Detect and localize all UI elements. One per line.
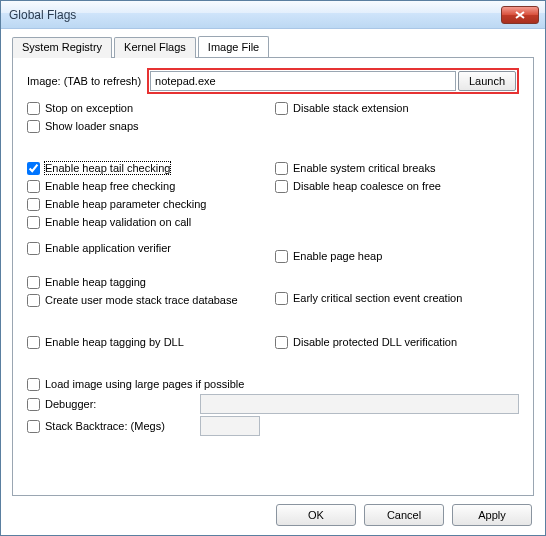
image-input-highlight: Launch — [147, 68, 519, 94]
chk-system-critical[interactable] — [275, 162, 288, 175]
lbl-system-critical: Enable system critical breaks — [293, 162, 435, 174]
chk-usermode-stack[interactable] — [27, 294, 40, 307]
chk-app-verifier[interactable] — [27, 242, 40, 255]
lbl-debugger: Debugger: — [45, 398, 195, 410]
image-label: Image: (TAB to refresh) — [27, 75, 141, 87]
dialog-buttons: OK Cancel Apply — [276, 504, 532, 526]
lbl-disable-stack-extension: Disable stack extension — [293, 102, 409, 114]
tabstrip: System Registry Kernel Flags Image File — [12, 36, 534, 58]
chk-disable-stack-extension[interactable] — [275, 102, 288, 115]
lbl-heap-tagging: Enable heap tagging — [45, 276, 146, 288]
chk-heap-free[interactable] — [27, 180, 40, 193]
lbl-heap-tail: Enable heap tail checking — [45, 162, 170, 174]
chk-stop-on-exception[interactable] — [27, 102, 40, 115]
chk-early-critical[interactable] — [275, 292, 288, 305]
lbl-usermode-stack: Create user mode stack trace database — [45, 294, 238, 306]
lbl-heap-coalesce: Disable heap coalesce on free — [293, 180, 441, 192]
tab-kernel-flags[interactable]: Kernel Flags — [114, 37, 196, 58]
lbl-app-verifier: Enable application verifier — [45, 242, 171, 254]
lbl-heap-param: Enable heap parameter checking — [45, 198, 206, 210]
lbl-disable-protected-dll: Disable protected DLL verification — [293, 336, 457, 348]
window: Global Flags System Registry Kernel Flag… — [0, 0, 546, 536]
chk-disable-protected-dll[interactable] — [275, 336, 288, 349]
lbl-early-critical: Early critical section event creation — [293, 292, 462, 304]
titlebar: Global Flags — [1, 1, 545, 29]
chk-debugger[interactable] — [27, 398, 40, 411]
debugger-input[interactable] — [200, 394, 519, 414]
window-title: Global Flags — [7, 8, 501, 22]
chk-heap-tagging-dll[interactable] — [27, 336, 40, 349]
stack-backtrace-input[interactable] — [200, 416, 260, 436]
ok-button[interactable]: OK — [276, 504, 356, 526]
close-icon — [515, 11, 525, 19]
cancel-button[interactable]: Cancel — [364, 504, 444, 526]
chk-heap-validation[interactable] — [27, 216, 40, 229]
tab-panel: Image: (TAB to refresh) Launch Stop on e… — [12, 58, 534, 496]
chk-heap-param[interactable] — [27, 198, 40, 211]
lbl-heap-tagging-dll: Enable heap tagging by DLL — [45, 336, 184, 348]
chk-large-pages[interactable] — [27, 378, 40, 391]
lbl-large-pages: Load image using large pages if possible — [45, 378, 244, 390]
lbl-heap-free: Enable heap free checking — [45, 180, 175, 192]
lbl-show-loader-snaps: Show loader snaps — [45, 120, 139, 132]
chk-page-heap[interactable] — [275, 250, 288, 263]
lbl-stack-backtrace: Stack Backtrace: (Megs) — [45, 420, 195, 432]
chk-heap-tagging[interactable] — [27, 276, 40, 289]
tab-image-file[interactable]: Image File — [198, 36, 269, 57]
lbl-stop-on-exception: Stop on exception — [45, 102, 133, 114]
chk-stack-backtrace[interactable] — [27, 420, 40, 433]
image-input[interactable] — [150, 71, 456, 91]
lbl-page-heap: Enable page heap — [293, 250, 382, 262]
chk-heap-coalesce[interactable] — [275, 180, 288, 193]
lbl-heap-validation: Enable heap validation on call — [45, 216, 191, 228]
chk-heap-tail[interactable] — [27, 162, 40, 175]
close-button[interactable] — [501, 6, 539, 24]
chk-show-loader-snaps[interactable] — [27, 120, 40, 133]
launch-button[interactable]: Launch — [458, 71, 516, 91]
apply-button[interactable]: Apply — [452, 504, 532, 526]
client-area: System Registry Kernel Flags Image File … — [2, 30, 544, 534]
tab-system-registry[interactable]: System Registry — [12, 37, 112, 58]
